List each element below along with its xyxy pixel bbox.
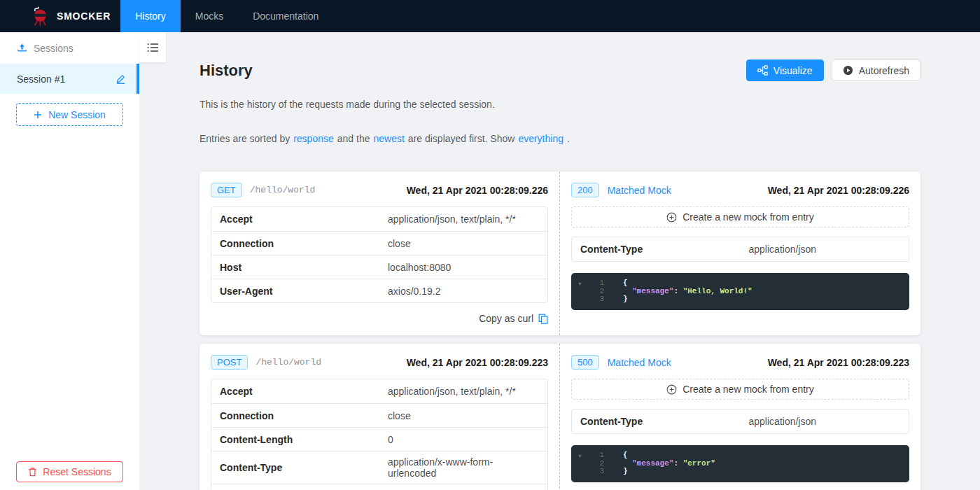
request-date: Wed, 21 Apr 2021 00:28:09.223 [407,357,548,368]
table-row: Host localhost:8080 [211,484,547,490]
history-entry: GET /hello/world Wed, 21 Apr 2021 00:28:… [200,172,920,335]
create-mock-button[interactable]: Create a new mock from entry [571,206,909,227]
visualize-graph-icon [757,65,768,76]
order-link[interactable]: newest [373,133,404,144]
sort-by-link[interactable]: response [293,133,334,144]
create-mock-label: Create a new mock from entry [682,384,814,395]
entry-response-panel: 500 Matched Mock Wed, 21 Apr 2021 00:28:… [560,344,920,490]
status-tag: 200 [571,183,599,197]
sessions-title: Sessions [34,43,74,54]
response-body-code: ▼ 1 2 3 { "message": "Hello, World!" } [571,273,909,310]
request-headers-table: Accept application/json, text/plain, */*… [211,379,548,490]
autorefresh-label: Autorefresh [859,65,909,76]
filter-link[interactable]: everything [518,133,564,144]
response-headers-table: Content-Type application/json [571,409,909,434]
history-page: History Visualize [139,32,980,490]
header-name: Content-Length [211,429,388,450]
response-date: Wed, 21 Apr 2021 00:28:09.226 [768,185,909,196]
code-content: { "message": "error" } [623,451,715,476]
code-line-numbers: 1 2 3 [594,279,604,304]
code-line-numbers: 1 2 3 [594,451,604,476]
nav-tab-mocks[interactable]: Mocks [181,0,238,32]
sort-prefix: Entries are sorted by [200,133,290,144]
table-row: Connection close [211,231,547,255]
header-value: localhost:8080 [388,257,547,278]
line-number: 1 [594,451,604,460]
table-row: Accept application/json, text/plain, */* [211,207,547,231]
line-number: 3 [594,295,604,304]
create-mock-button[interactable]: Create a new mock from entry [571,379,909,400]
code-collapse-icon[interactable]: ▼ [578,279,594,304]
header-name: Content-Type [572,239,749,260]
code-token: } [623,467,628,475]
table-row: Content-Length 0 [211,427,547,451]
request-headers-table: Accept application/json, text/plain, */*… [211,206,548,303]
matched-mock-link[interactable]: Matched Mock [608,357,671,368]
request-date: Wed, 21 Apr 2021 00:28:09.226 [407,185,548,196]
method-tag: GET [211,183,242,197]
autorefresh-button[interactable]: Autorefresh [832,59,920,81]
upload-icon[interactable] [17,43,27,53]
visualize-button[interactable]: Visualize [746,59,824,81]
page-title: History [200,62,253,80]
brand-logo[interactable]: Smocker [0,0,120,32]
header-value: localhost:8080 [388,486,547,490]
header-value: application/json [749,239,909,260]
copy-as-curl[interactable]: Copy as curl [211,313,548,324]
header-name: Connection [211,405,388,426]
brand-name: Smocker [57,10,111,22]
header-value: axios/0.19.2 [388,281,547,302]
code-token: "Hello, World!" [683,287,752,295]
session-label: Session #1 [17,74,65,85]
play-circle-icon [843,65,853,76]
request-path: /hello/world [255,357,321,368]
unordered-list-icon [147,43,158,52]
code-token: "message" [632,287,673,295]
line-number: 3 [594,468,604,476]
plus-icon [34,111,42,119]
header-name: Accept [211,209,388,230]
header-value: application/json [749,411,909,432]
header-name: Host [211,257,388,278]
nav-tab-history[interactable]: History [120,0,181,32]
reset-sessions-button[interactable]: Reset Sessions [16,461,123,482]
header-value: application/x-www-form-urlencoded [388,451,547,484]
new-session-label: New Session [48,109,106,120]
top-navbar: Smocker History Mocks Documentation [0,0,980,32]
visualize-label: Visualize [774,65,813,76]
header-value: application/json, text/plain, */* [388,209,547,230]
table-row: Connection close [211,403,547,427]
code-collapse-icon[interactable]: ▼ [578,451,594,476]
header-value: 0 [388,429,547,450]
sidebar-collapse-toggle[interactable] [139,32,166,62]
page-description: This is the history of the requests made… [200,99,920,110]
edit-pencil-icon[interactable] [115,74,126,84]
table-row: Content-Type application/x-www-form-urle… [211,451,547,484]
reset-sessions-label: Reset Sessions [43,466,111,477]
response-body-code: ▼ 1 2 3 { "message": "error" } [571,445,909,482]
code-token: : [673,287,682,295]
code-token: : [673,459,682,468]
header-name: Connection [211,233,388,254]
history-entry: POST /hello/world Wed, 21 Apr 2021 00:28… [200,344,920,490]
sort-middle: and the [337,133,370,144]
trash-icon [28,467,37,477]
new-session-button[interactable]: New Session [16,103,123,126]
table-row: Content-Type application/json [572,237,909,261]
entry-request-panel: GET /hello/world Wed, 21 Apr 2021 00:28:… [200,172,560,335]
line-number: 1 [594,279,604,288]
copy-icon[interactable] [538,314,548,324]
matched-mock-link[interactable]: Matched Mock [608,185,671,196]
header-value: close [388,405,547,426]
plus-circle-icon [666,212,677,223]
header-name: Content-Type [572,411,749,432]
header-value: close [388,233,547,254]
status-tag: 500 [571,355,599,370]
code-token: { [623,451,628,459]
table-row: User-Agent axios/0.19.2 [211,279,547,302]
method-tag: POST [211,355,248,370]
code-token: } [623,295,628,303]
entry-request-panel: POST /hello/world Wed, 21 Apr 2021 00:28… [200,344,560,490]
sidebar-item-session-1[interactable]: Session #1 [0,64,139,94]
nav-tab-documentation[interactable]: Documentation [238,0,333,32]
